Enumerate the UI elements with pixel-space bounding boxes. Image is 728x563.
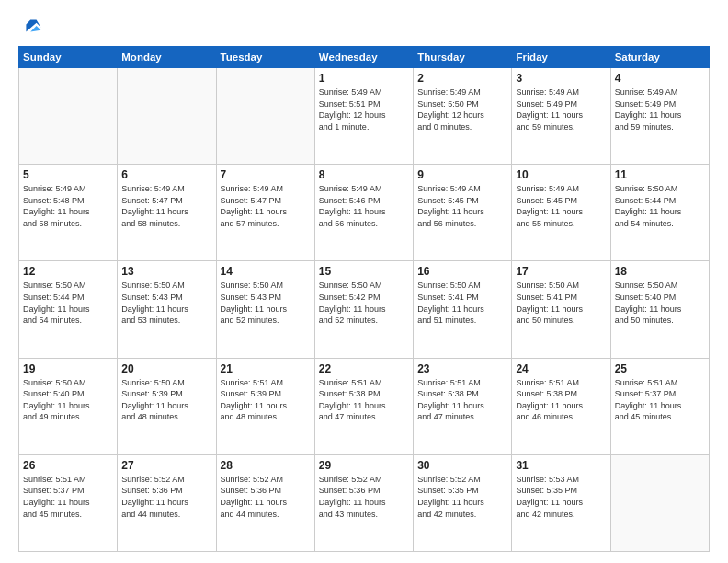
weekday-header-row: SundayMondayTuesdayWednesdayThursdayFrid… (19, 47, 710, 68)
calendar-cell (216, 68, 314, 165)
day-number: 28 (221, 459, 311, 472)
day-info: Sunrise: 5:49 AM Sunset: 5:51 PM Dayligh… (319, 86, 409, 132)
day-info: Sunrise: 5:49 AM Sunset: 5:49 PM Dayligh… (615, 86, 705, 132)
weekday-header-friday: Friday (512, 47, 610, 68)
day-info: Sunrise: 5:51 AM Sunset: 5:37 PM Dayligh… (23, 474, 113, 520)
svg-marker-1 (30, 26, 40, 31)
day-number: 23 (417, 362, 507, 375)
page: SundayMondayTuesdayWednesdayThursdayFrid… (0, 0, 728, 563)
day-number: 18 (615, 265, 705, 278)
day-info: Sunrise: 5:51 AM Sunset: 5:37 PM Dayligh… (615, 377, 705, 423)
logo-icon (20, 15, 42, 37)
day-info: Sunrise: 5:50 AM Sunset: 5:39 PM Dayligh… (121, 377, 211, 423)
calendar-cell (19, 68, 118, 165)
day-number: 6 (121, 168, 211, 181)
calendar-cell: 14Sunrise: 5:50 AM Sunset: 5:43 PM Dayli… (216, 261, 314, 358)
day-number: 13 (121, 265, 211, 278)
day-number: 5 (23, 168, 113, 181)
day-number: 25 (615, 362, 705, 375)
calendar-cell: 1Sunrise: 5:49 AM Sunset: 5:51 PM Daylig… (314, 68, 413, 165)
weekday-header-saturday: Saturday (610, 47, 709, 68)
calendar-week-2: 5Sunrise: 5:49 AM Sunset: 5:48 PM Daylig… (19, 165, 710, 261)
day-number: 24 (516, 362, 606, 375)
day-number: 7 (221, 168, 311, 181)
day-info: Sunrise: 5:50 AM Sunset: 5:41 PM Dayligh… (516, 280, 606, 326)
day-number: 11 (615, 168, 705, 181)
day-info: Sunrise: 5:49 AM Sunset: 5:46 PM Dayligh… (319, 183, 409, 229)
calendar-cell: 5Sunrise: 5:49 AM Sunset: 5:48 PM Daylig… (19, 165, 118, 261)
day-number: 26 (23, 459, 113, 472)
header (18, 15, 710, 37)
calendar-cell: 9Sunrise: 5:49 AM Sunset: 5:45 PM Daylig… (414, 165, 512, 261)
calendar-cell: 24Sunrise: 5:51 AM Sunset: 5:38 PM Dayli… (512, 358, 610, 454)
calendar-cell: 6Sunrise: 5:49 AM Sunset: 5:47 PM Daylig… (118, 165, 216, 261)
day-number: 4 (615, 72, 705, 85)
day-info: Sunrise: 5:52 AM Sunset: 5:36 PM Dayligh… (121, 474, 211, 520)
logo (18, 15, 42, 37)
calendar-week-3: 12Sunrise: 5:50 AM Sunset: 5:44 PM Dayli… (19, 261, 710, 358)
day-number: 16 (417, 265, 507, 278)
day-info: Sunrise: 5:51 AM Sunset: 5:38 PM Dayligh… (417, 377, 507, 423)
calendar-cell: 17Sunrise: 5:50 AM Sunset: 5:41 PM Dayli… (512, 261, 610, 358)
day-info: Sunrise: 5:51 AM Sunset: 5:39 PM Dayligh… (221, 377, 311, 423)
day-info: Sunrise: 5:50 AM Sunset: 5:43 PM Dayligh… (221, 280, 311, 326)
calendar-cell: 18Sunrise: 5:50 AM Sunset: 5:40 PM Dayli… (610, 261, 709, 358)
calendar-cell: 7Sunrise: 5:49 AM Sunset: 5:47 PM Daylig… (216, 165, 314, 261)
day-info: Sunrise: 5:51 AM Sunset: 5:38 PM Dayligh… (319, 377, 409, 423)
calendar-cell: 22Sunrise: 5:51 AM Sunset: 5:38 PM Dayli… (314, 358, 413, 454)
day-info: Sunrise: 5:52 AM Sunset: 5:35 PM Dayligh… (417, 474, 507, 520)
calendar-cell: 27Sunrise: 5:52 AM Sunset: 5:36 PM Dayli… (118, 454, 216, 551)
calendar-cell: 16Sunrise: 5:50 AM Sunset: 5:41 PM Dayli… (414, 261, 512, 358)
calendar-cell: 25Sunrise: 5:51 AM Sunset: 5:37 PM Dayli… (610, 358, 709, 454)
day-number: 9 (417, 168, 507, 181)
day-number: 15 (319, 265, 409, 278)
weekday-header-thursday: Thursday (414, 47, 512, 68)
day-number: 21 (221, 362, 311, 375)
day-number: 2 (417, 72, 507, 85)
calendar-cell: 12Sunrise: 5:50 AM Sunset: 5:44 PM Dayli… (19, 261, 118, 358)
day-info: Sunrise: 5:52 AM Sunset: 5:36 PM Dayligh… (319, 474, 409, 520)
day-number: 30 (417, 459, 507, 472)
calendar-cell: 11Sunrise: 5:50 AM Sunset: 5:44 PM Dayli… (610, 165, 709, 261)
day-info: Sunrise: 5:50 AM Sunset: 5:40 PM Dayligh… (23, 377, 113, 423)
day-number: 14 (221, 265, 311, 278)
calendar-cell: 19Sunrise: 5:50 AM Sunset: 5:40 PM Dayli… (19, 358, 118, 454)
day-number: 31 (516, 459, 606, 472)
day-info: Sunrise: 5:49 AM Sunset: 5:47 PM Dayligh… (221, 183, 311, 229)
day-number: 22 (319, 362, 409, 375)
calendar-cell: 26Sunrise: 5:51 AM Sunset: 5:37 PM Dayli… (19, 454, 118, 551)
calendar-week-1: 1Sunrise: 5:49 AM Sunset: 5:51 PM Daylig… (19, 68, 710, 165)
calendar-cell: 15Sunrise: 5:50 AM Sunset: 5:42 PM Dayli… (314, 261, 413, 358)
day-info: Sunrise: 5:49 AM Sunset: 5:50 PM Dayligh… (417, 86, 507, 132)
day-info: Sunrise: 5:50 AM Sunset: 5:40 PM Dayligh… (615, 280, 705, 326)
calendar-cell: 21Sunrise: 5:51 AM Sunset: 5:39 PM Dayli… (216, 358, 314, 454)
day-info: Sunrise: 5:49 AM Sunset: 5:45 PM Dayligh… (516, 183, 606, 229)
day-info: Sunrise: 5:50 AM Sunset: 5:41 PM Dayligh… (417, 280, 507, 326)
calendar: SundayMondayTuesdayWednesdayThursdayFrid… (18, 46, 710, 552)
day-info: Sunrise: 5:49 AM Sunset: 5:48 PM Dayligh… (23, 183, 113, 229)
day-number: 3 (516, 72, 606, 85)
calendar-cell: 29Sunrise: 5:52 AM Sunset: 5:36 PM Dayli… (314, 454, 413, 551)
calendar-week-4: 19Sunrise: 5:50 AM Sunset: 5:40 PM Dayli… (19, 358, 710, 454)
day-info: Sunrise: 5:50 AM Sunset: 5:42 PM Dayligh… (319, 280, 409, 326)
weekday-header-tuesday: Tuesday (216, 47, 314, 68)
calendar-cell (610, 454, 709, 551)
calendar-cell: 30Sunrise: 5:52 AM Sunset: 5:35 PM Dayli… (414, 454, 512, 551)
day-number: 20 (121, 362, 211, 375)
day-number: 10 (516, 168, 606, 181)
day-info: Sunrise: 5:50 AM Sunset: 5:44 PM Dayligh… (23, 280, 113, 326)
day-number: 29 (319, 459, 409, 472)
day-info: Sunrise: 5:52 AM Sunset: 5:36 PM Dayligh… (221, 474, 311, 520)
calendar-cell: 13Sunrise: 5:50 AM Sunset: 5:43 PM Dayli… (118, 261, 216, 358)
calendar-cell: 31Sunrise: 5:53 AM Sunset: 5:35 PM Dayli… (512, 454, 610, 551)
day-info: Sunrise: 5:50 AM Sunset: 5:43 PM Dayligh… (121, 280, 211, 326)
day-number: 19 (23, 362, 113, 375)
weekday-header-monday: Monday (118, 47, 216, 68)
calendar-week-5: 26Sunrise: 5:51 AM Sunset: 5:37 PM Dayli… (19, 454, 710, 551)
day-number: 8 (319, 168, 409, 181)
calendar-cell: 28Sunrise: 5:52 AM Sunset: 5:36 PM Dayli… (216, 454, 314, 551)
day-info: Sunrise: 5:53 AM Sunset: 5:35 PM Dayligh… (516, 474, 606, 520)
calendar-cell (118, 68, 216, 165)
day-number: 12 (23, 265, 113, 278)
day-info: Sunrise: 5:49 AM Sunset: 5:45 PM Dayligh… (417, 183, 507, 229)
